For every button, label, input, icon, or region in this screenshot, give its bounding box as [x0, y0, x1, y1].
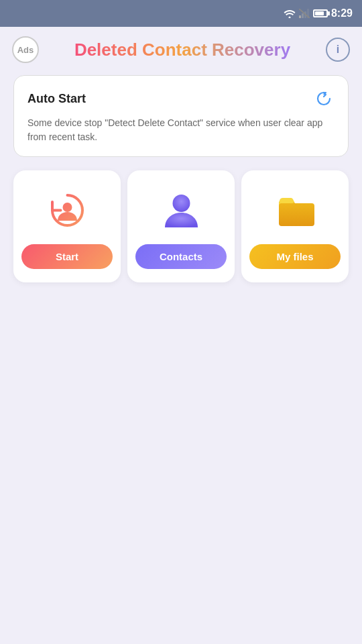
app-title: Deleted Contact Recovery [74, 40, 290, 60]
svg-rect-0 [299, 15, 301, 18]
status-bar: 8:29 [0, 0, 362, 27]
svg-rect-1 [302, 13, 304, 18]
myfiles-card: My files [241, 170, 349, 282]
start-card: Start [13, 170, 121, 282]
start-button[interactable]: Start [21, 244, 113, 269]
status-time: 8:29 [331, 7, 353, 19]
auto-start-title: Auto Start [27, 92, 86, 106]
myfiles-button[interactable]: My files [249, 244, 341, 269]
signal-icon [299, 9, 310, 18]
auto-start-header: Auto Start [27, 88, 335, 109]
battery-icon [313, 9, 328, 17]
app-header: Ads Deleted Contact Recovery i [0, 27, 362, 72]
action-grid: Start Contacts [0, 170, 362, 282]
contacts-button[interactable]: Contacts [135, 244, 227, 269]
myfiles-icon-container [272, 186, 318, 233]
auto-start-card: Auto Start Some device stop "Detect Dele… [13, 75, 349, 157]
start-icon-container [44, 186, 90, 233]
logo-icon: Ads [12, 36, 39, 63]
refresh-button[interactable] [313, 88, 335, 109]
status-icons: 8:29 [284, 7, 353, 19]
contact-refresh-icon [46, 189, 89, 232]
info-button[interactable]: i [326, 38, 350, 62]
contacts-icon-container [158, 186, 204, 233]
logo-text: Ads [17, 45, 34, 55]
svg-point-6 [62, 203, 72, 212]
contacts-card: Contacts [127, 170, 235, 282]
svg-point-7 [172, 195, 190, 212]
contacts-person-icon [160, 189, 203, 232]
folder-icon [274, 189, 317, 232]
wifi-icon [284, 9, 296, 18]
info-label: i [337, 44, 339, 56]
auto-start-description: Some device stop "Detect Delete Contact"… [27, 116, 335, 144]
